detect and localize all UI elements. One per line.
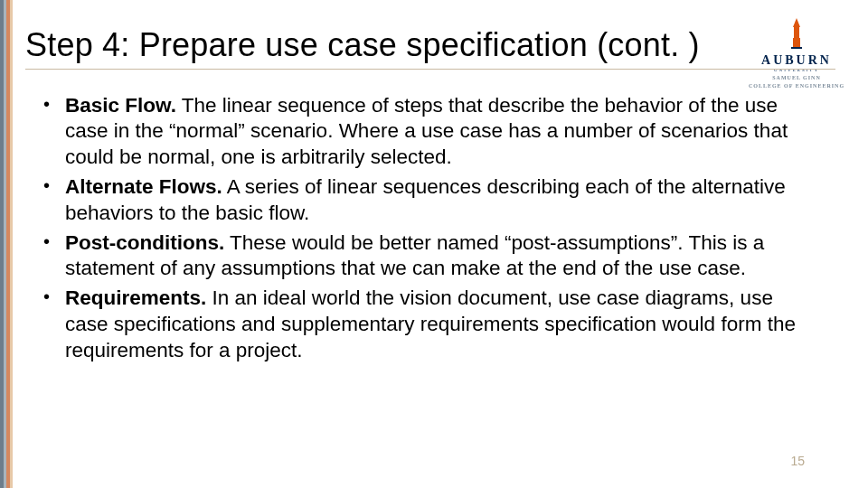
- slide-content: Step 4: Prepare use case specification (…: [25, 27, 835, 470]
- list-item: Basic Flow. The linear sequence of steps…: [65, 93, 817, 171]
- left-accent-stripe: [0, 0, 13, 488]
- slide-title: Step 4: Prepare use case specification (…: [25, 27, 835, 63]
- bullet-term: Alternate Flows.: [65, 175, 222, 198]
- page-number: 15: [790, 454, 805, 468]
- list-item: Post-conditions. These would be better n…: [65, 230, 817, 283]
- bullet-list: Basic Flow. The linear sequence of steps…: [65, 93, 817, 364]
- list-item: Requirements. In an ideal world the visi…: [65, 286, 817, 363]
- svg-marker-1: [793, 18, 800, 27]
- bullet-term: Requirements.: [65, 286, 206, 309]
- bullet-term: Post-conditions.: [65, 231, 224, 254]
- bullet-term: Basic Flow.: [65, 94, 176, 117]
- title-rule: [25, 69, 835, 70]
- list-item: Alternate Flows. A series of linear sequ…: [65, 174, 817, 227]
